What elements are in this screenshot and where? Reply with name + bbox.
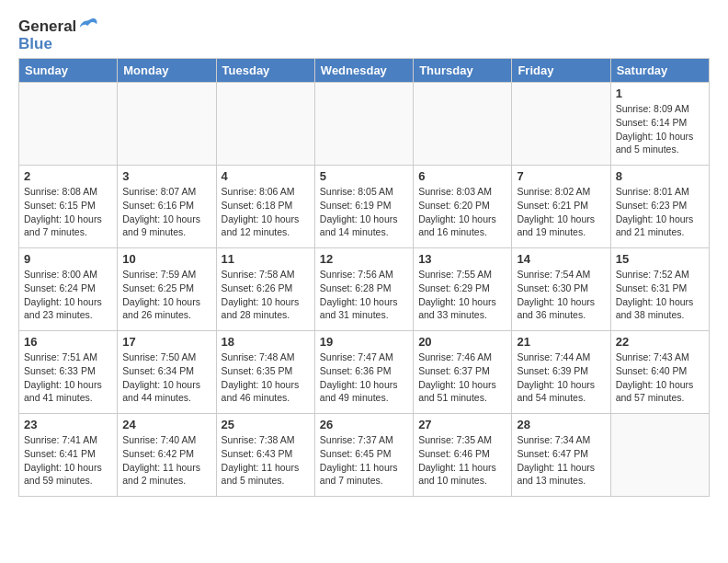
day-info: Sunrise: 8:01 AM Sunset: 6:23 PM Dayligh… — [616, 185, 704, 239]
day-info: Sunrise: 7:34 AM Sunset: 6:47 PM Dayligh… — [517, 433, 605, 488]
day-info: Sunrise: 7:54 AM Sunset: 6:30 PM Dayligh… — [517, 268, 605, 322]
day-info: Sunrise: 7:56 AM Sunset: 6:28 PM Dayligh… — [320, 268, 408, 322]
day-info: Sunrise: 8:09 AM Sunset: 6:14 PM Dayligh… — [616, 102, 704, 156]
calendar-cell-w3-d1: 9Sunrise: 8:00 AM Sunset: 6:24 PM Daylig… — [19, 248, 118, 331]
calendar-cell-w3-d5: 13Sunrise: 7:55 AM Sunset: 6:29 PM Dayli… — [414, 248, 512, 331]
calendar-cell-w2-d5: 6Sunrise: 8:03 AM Sunset: 6:20 PM Daylig… — [414, 166, 512, 248]
logo-general: General — [18, 18, 76, 36]
day-info: Sunrise: 7:59 AM Sunset: 6:25 PM Dayligh… — [122, 268, 210, 322]
day-number: 3 — [122, 169, 210, 183]
header-monday: Monday — [118, 59, 216, 83]
day-info: Sunrise: 8:07 AM Sunset: 6:16 PM Dayligh… — [122, 185, 210, 239]
day-number: 24 — [122, 418, 210, 431]
calendar-cell-w3-d7: 15Sunrise: 7:52 AM Sunset: 6:31 PM Dayli… — [610, 248, 709, 331]
day-number: 18 — [222, 335, 310, 349]
calendar-cell-w4-d7: 22Sunrise: 7:43 AM Sunset: 6:40 PM Dayli… — [610, 331, 709, 414]
day-number: 11 — [222, 252, 310, 266]
calendar-cell-w3-d6: 14Sunrise: 7:54 AM Sunset: 6:30 PM Dayli… — [512, 248, 610, 331]
day-info: Sunrise: 7:40 AM Sunset: 6:42 PM Dayligh… — [122, 433, 210, 488]
calendar-cell-w5-d1: 23Sunrise: 7:41 AM Sunset: 6:41 PM Dayli… — [19, 414, 118, 497]
day-number: 5 — [320, 169, 408, 183]
calendar-cell-w3-d4: 12Sunrise: 7:56 AM Sunset: 6:28 PM Dayli… — [314, 248, 413, 331]
calendar-cell-w5-d3: 25Sunrise: 7:38 AM Sunset: 6:43 PM Dayli… — [216, 414, 314, 497]
day-info: Sunrise: 7:58 AM Sunset: 6:26 PM Dayligh… — [222, 268, 310, 322]
day-number: 12 — [320, 252, 408, 266]
day-number: 13 — [418, 252, 506, 266]
calendar-cell-w5-d7 — [610, 414, 709, 497]
day-info: Sunrise: 7:44 AM Sunset: 6:39 PM Dayligh… — [517, 350, 605, 405]
day-info: Sunrise: 7:55 AM Sunset: 6:29 PM Dayligh… — [418, 268, 506, 322]
calendar-week-1: 1Sunrise: 8:09 AM Sunset: 6:14 PM Daylig… — [19, 83, 710, 166]
day-info: Sunrise: 8:08 AM Sunset: 6:15 PM Dayligh… — [24, 185, 112, 239]
day-info: Sunrise: 8:06 AM Sunset: 6:18 PM Dayligh… — [222, 185, 310, 239]
day-info: Sunrise: 7:41 AM Sunset: 6:41 PM Dayligh… — [24, 433, 112, 488]
day-number: 10 — [122, 252, 210, 266]
day-info: Sunrise: 7:37 AM Sunset: 6:45 PM Dayligh… — [320, 433, 408, 488]
day-number: 22 — [616, 335, 704, 349]
header-thursday: Thursday — [414, 59, 512, 83]
calendar-cell-w4-d6: 21Sunrise: 7:44 AM Sunset: 6:39 PM Dayli… — [512, 331, 610, 414]
calendar-cell-w2-d1: 2Sunrise: 8:08 AM Sunset: 6:15 PM Daylig… — [19, 166, 118, 248]
day-number: 14 — [517, 252, 605, 266]
day-number: 28 — [517, 418, 605, 431]
day-info: Sunrise: 7:35 AM Sunset: 6:46 PM Dayligh… — [418, 433, 506, 488]
calendar-cell-w5-d5: 27Sunrise: 7:35 AM Sunset: 6:46 PM Dayli… — [414, 414, 512, 497]
logo: General Blue — [18, 18, 101, 52]
day-info: Sunrise: 7:46 AM Sunset: 6:37 PM Dayligh… — [418, 350, 506, 405]
calendar-header-row: Sunday Monday Tuesday Wednesday Thursday… — [19, 59, 710, 83]
day-number: 25 — [222, 418, 310, 431]
header-wednesday: Wednesday — [314, 59, 413, 83]
day-number: 20 — [418, 335, 506, 349]
day-number: 2 — [24, 169, 112, 183]
calendar-cell-w4-d3: 18Sunrise: 7:48 AM Sunset: 6:35 PM Dayli… — [216, 331, 314, 414]
calendar-cell-w5-d2: 24Sunrise: 7:40 AM Sunset: 6:42 PM Dayli… — [118, 414, 216, 497]
day-info: Sunrise: 8:02 AM Sunset: 6:21 PM Dayligh… — [517, 185, 605, 239]
calendar-cell-w2-d2: 3Sunrise: 8:07 AM Sunset: 6:16 PM Daylig… — [118, 166, 216, 248]
day-number: 15 — [616, 252, 704, 266]
day-info: Sunrise: 7:52 AM Sunset: 6:31 PM Dayligh… — [616, 268, 704, 322]
calendar-cell-w5-d4: 26Sunrise: 7:37 AM Sunset: 6:45 PM Dayli… — [314, 414, 413, 497]
day-number: 19 — [320, 335, 408, 349]
calendar-cell-w4-d5: 20Sunrise: 7:46 AM Sunset: 6:37 PM Dayli… — [414, 331, 512, 414]
day-info: Sunrise: 7:38 AM Sunset: 6:43 PM Dayligh… — [222, 433, 310, 488]
calendar-cell-w1-d5 — [414, 83, 512, 166]
day-info: Sunrise: 8:03 AM Sunset: 6:20 PM Dayligh… — [418, 185, 506, 239]
day-number: 16 — [24, 335, 112, 349]
calendar-cell-w2-d7: 8Sunrise: 8:01 AM Sunset: 6:23 PM Daylig… — [610, 166, 709, 248]
calendar-week-2: 2Sunrise: 8:08 AM Sunset: 6:15 PM Daylig… — [19, 166, 710, 248]
day-number: 17 — [122, 335, 210, 349]
day-number: 8 — [616, 169, 704, 183]
calendar-cell-w2-d6: 7Sunrise: 8:02 AM Sunset: 6:21 PM Daylig… — [512, 166, 610, 248]
day-number: 23 — [24, 418, 112, 431]
calendar-cell-w1-d7: 1Sunrise: 8:09 AM Sunset: 6:14 PM Daylig… — [610, 83, 709, 166]
calendar-cell-w1-d6 — [512, 83, 610, 166]
day-number: 6 — [418, 169, 506, 183]
logo-wordmark: General Blue — [18, 18, 101, 52]
calendar-week-3: 9Sunrise: 8:00 AM Sunset: 6:24 PM Daylig… — [19, 248, 710, 331]
calendar-cell-w3-d3: 11Sunrise: 7:58 AM Sunset: 6:26 PM Dayli… — [216, 248, 314, 331]
day-number: 21 — [517, 335, 605, 349]
header-sunday: Sunday — [19, 59, 118, 83]
day-number: 7 — [517, 169, 605, 183]
header-tuesday: Tuesday — [216, 59, 314, 83]
logo-bird-icon — [77, 17, 101, 35]
header: General Blue — [18, 18, 710, 52]
header-saturday: Saturday — [610, 59, 709, 83]
calendar-cell-w1-d1 — [19, 83, 118, 166]
day-info: Sunrise: 7:50 AM Sunset: 6:34 PM Dayligh… — [122, 350, 210, 405]
day-number: 26 — [320, 418, 408, 431]
day-number: 9 — [24, 252, 112, 266]
day-info: Sunrise: 7:48 AM Sunset: 6:35 PM Dayligh… — [222, 350, 310, 405]
day-info: Sunrise: 7:51 AM Sunset: 6:33 PM Dayligh… — [24, 350, 112, 405]
calendar-cell-w5-d6: 28Sunrise: 7:34 AM Sunset: 6:47 PM Dayli… — [512, 414, 610, 497]
calendar-cell-w4-d1: 16Sunrise: 7:51 AM Sunset: 6:33 PM Dayli… — [19, 331, 118, 414]
day-number: 4 — [222, 169, 310, 183]
day-number: 27 — [418, 418, 506, 431]
calendar-cell-w1-d3 — [216, 83, 314, 166]
day-number: 1 — [616, 86, 704, 100]
calendar-table: Sunday Monday Tuesday Wednesday Thursday… — [18, 58, 710, 497]
calendar-cell-w2-d4: 5Sunrise: 8:05 AM Sunset: 6:19 PM Daylig… — [314, 166, 413, 248]
header-friday: Friday — [512, 59, 610, 83]
day-info: Sunrise: 7:47 AM Sunset: 6:36 PM Dayligh… — [320, 350, 408, 405]
logo-blue: Blue — [18, 36, 101, 53]
